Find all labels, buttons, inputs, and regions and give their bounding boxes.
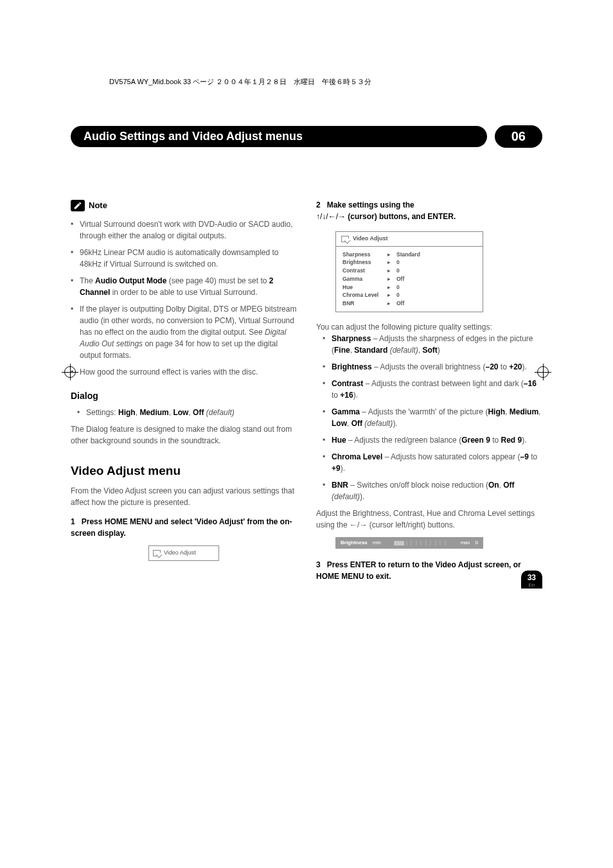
video-adjust-panel: Video Adjust Sharpness▸Standard Brightne… (335, 231, 483, 312)
page-title: Audio Settings and Video Adjust menus (71, 126, 487, 147)
table-row: Contrast▸0 (342, 267, 476, 275)
step-1: 1 Press HOME MENU and select 'Video Adju… (71, 516, 297, 539)
header-filename: DV575A WY_Mid.book 33 ページ ２００４年１月２８日 水曜日… (109, 77, 542, 87)
right-column: 2 Make settings using the ↑/↓/←/→ (curso… (316, 199, 542, 589)
note-header: Note (71, 199, 297, 212)
pencil-icon (71, 200, 85, 211)
table-row: BNR▸Off (342, 299, 476, 308)
adjust-instruction: Adjust the Brightness, Contrast, Hue and… (316, 508, 542, 531)
dialog-heading: Dialog (71, 389, 297, 403)
step-2: 2 Make settings using the ↑/↓/←/→ (curso… (316, 199, 542, 222)
table-row: Sharpness▸Standard (342, 251, 476, 259)
list-item: Virtual Surround doesn't work with DVD-A… (71, 218, 297, 242)
list-item: Hue – Adjusts the red/green balance (Gre… (323, 434, 542, 446)
menu-label: Video Adjust (164, 549, 196, 558)
vam-intro: From the Video Adjust screen you can adj… (71, 485, 297, 508)
note-title: Note (89, 199, 107, 212)
list-item: Sharpness – Adjusts the sharpness of edg… (323, 333, 542, 356)
dialog-settings: Settings: High, Medium, Low, Off (defaul… (77, 407, 297, 418)
registration-mark-icon (64, 366, 76, 378)
list-item: Gamma – Adjusts the 'warmth' of the pict… (323, 406, 542, 429)
note-list: Virtual Surround doesn't work with DVD-A… (71, 218, 297, 378)
dialog-body: The Dialog feature is designed to make t… (71, 423, 297, 447)
table-row: Hue▸0 (342, 283, 476, 292)
list-item: Contrast – Adjusts the contrast between … (323, 378, 542, 401)
step-3: 3 Press ENTER to return to the Video Adj… (316, 559, 542, 582)
list-item: If the player is outputting Dolby Digita… (71, 303, 297, 361)
table-row: Gamma▸Off (342, 275, 476, 283)
list-item: 96kHz Linear PCM audio is automatically … (71, 247, 297, 270)
left-column: Note Virtual Surround doesn't work with … (71, 199, 297, 589)
list-item: How good the surround effect is varies w… (71, 366, 297, 378)
list-item: Chroma Level – Adjusts how saturated col… (323, 451, 542, 474)
brightness-slider: Brightness min ||||||||||｜｜｜｜｜｜｜｜｜ max 0 (335, 537, 483, 549)
quality-list: Sharpness – Adjusts the sharpness of edg… (323, 333, 542, 502)
list-item: Settings: High, Medium, Low, Off (defaul… (77, 407, 297, 418)
menu-icon (153, 550, 161, 556)
table-row: Brightness▸0 (342, 258, 476, 267)
chapter-number: 06 (495, 125, 542, 148)
video-adjust-menu-item: Video Adjust (148, 545, 219, 561)
list-item: Brightness – Adjusts the overall brightn… (323, 361, 542, 373)
title-bar: Audio Settings and Video Adjust menus 06 (71, 125, 542, 148)
slider-track-icon: ||||||||||｜｜｜｜｜｜｜｜｜ (386, 539, 456, 547)
registration-mark-icon (537, 366, 549, 378)
list-item: The Audio Output Mode (see page 40) must… (71, 275, 297, 298)
list-item: BNR – Switches on/off block noise reduct… (323, 479, 542, 502)
menu-icon (341, 236, 349, 242)
table-row: Chroma Level▸0 (342, 291, 476, 299)
quality-intro: You can adjust the following picture qua… (316, 321, 542, 333)
video-adjust-heading: Video Adjust menu (71, 462, 297, 481)
page-number: 33 En (521, 571, 542, 589)
va-panel-header: Video Adjust (336, 232, 483, 247)
